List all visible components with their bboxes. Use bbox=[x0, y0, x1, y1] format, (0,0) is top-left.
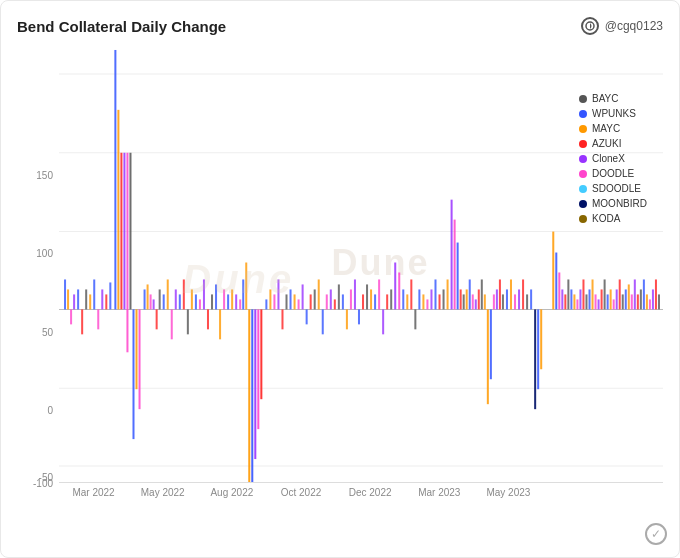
svg-rect-109 bbox=[454, 220, 456, 310]
svg-rect-140 bbox=[564, 294, 566, 309]
svg-rect-134 bbox=[537, 309, 539, 389]
svg-rect-157 bbox=[616, 289, 618, 309]
svg-rect-69 bbox=[294, 294, 296, 309]
chart-legend: BAYCWPUNKSMAYCAZUKICloneXDOODLESDOODLEMO… bbox=[579, 93, 647, 224]
svg-rect-143 bbox=[573, 294, 575, 309]
svg-rect-103 bbox=[430, 289, 432, 309]
svg-rect-151 bbox=[598, 299, 600, 309]
legend-dot bbox=[579, 155, 587, 163]
svg-rect-12 bbox=[129, 153, 131, 310]
svg-rect-47 bbox=[211, 294, 213, 309]
svg-rect-24 bbox=[93, 279, 95, 309]
svg-rect-124 bbox=[499, 279, 501, 309]
svg-rect-28 bbox=[109, 282, 111, 309]
svg-rect-56 bbox=[245, 263, 247, 310]
legend-label: AZUKI bbox=[592, 138, 621, 149]
legend-dot bbox=[579, 95, 587, 103]
svg-rect-106 bbox=[443, 289, 445, 309]
svg-rect-60 bbox=[235, 294, 237, 309]
svg-rect-72 bbox=[306, 309, 308, 324]
svg-rect-158 bbox=[619, 279, 621, 309]
svg-rect-42 bbox=[191, 289, 193, 309]
svg-rect-13 bbox=[132, 309, 134, 439]
legend-label: WPUNKS bbox=[592, 108, 636, 119]
svg-rect-19 bbox=[73, 294, 75, 309]
y-label-100: 100 bbox=[36, 248, 53, 259]
svg-rect-33 bbox=[156, 309, 158, 329]
svg-rect-169 bbox=[652, 289, 654, 309]
svg-rect-132 bbox=[530, 289, 532, 309]
svg-rect-154 bbox=[607, 294, 609, 309]
svg-rect-64 bbox=[273, 294, 275, 309]
svg-rect-155 bbox=[610, 289, 612, 309]
svg-rect-63 bbox=[269, 289, 271, 309]
svg-rect-102 bbox=[426, 299, 428, 309]
svg-rect-159 bbox=[622, 294, 624, 309]
svg-rect-101 bbox=[422, 294, 424, 309]
svg-rect-9 bbox=[120, 153, 122, 310]
svg-rect-67 bbox=[286, 294, 288, 309]
legend-label: MOONBIRD bbox=[592, 198, 647, 209]
svg-rect-16 bbox=[64, 279, 66, 309]
svg-rect-81 bbox=[342, 294, 344, 309]
svg-rect-167 bbox=[646, 294, 648, 309]
legend-item-koda: KODA bbox=[579, 213, 647, 224]
svg-rect-147 bbox=[585, 294, 587, 309]
dune-icon bbox=[581, 17, 599, 35]
svg-rect-41 bbox=[187, 309, 189, 334]
svg-rect-119 bbox=[484, 294, 486, 309]
svg-rect-152 bbox=[601, 289, 603, 309]
legend-item-mayc: MAYC bbox=[579, 123, 647, 134]
svg-rect-22 bbox=[85, 289, 87, 309]
legend-dot bbox=[579, 185, 587, 193]
svg-rect-51 bbox=[248, 309, 250, 482]
svg-rect-44 bbox=[199, 299, 201, 309]
chart-title: Bend Collateral Daily Change bbox=[17, 18, 226, 35]
svg-rect-65 bbox=[277, 279, 279, 309]
svg-rect-49 bbox=[219, 309, 221, 339]
legend-item-bayc: BAYC bbox=[579, 93, 647, 104]
svg-rect-148 bbox=[589, 289, 591, 309]
svg-rect-17 bbox=[67, 289, 69, 309]
legend-item-sdoodle: SDOODLE bbox=[579, 183, 647, 194]
svg-rect-162 bbox=[631, 294, 633, 309]
svg-rect-170 bbox=[655, 279, 657, 309]
x-axis: Mar 2022May 2022Aug 2022Oct 2022Dec 2022… bbox=[59, 487, 543, 498]
svg-rect-23 bbox=[89, 294, 91, 309]
svg-rect-75 bbox=[318, 279, 320, 309]
legend-dot bbox=[579, 200, 587, 208]
x-axis-label: May 2023 bbox=[474, 487, 543, 498]
svg-rect-115 bbox=[472, 294, 474, 309]
svg-rect-15 bbox=[139, 309, 141, 409]
svg-rect-30 bbox=[147, 284, 149, 309]
svg-rect-138 bbox=[558, 272, 560, 309]
svg-rect-118 bbox=[481, 279, 483, 309]
chart-svg bbox=[59, 43, 663, 482]
y-label-50: 50 bbox=[42, 326, 53, 337]
x-axis-label: May 2022 bbox=[128, 487, 197, 498]
svg-rect-80 bbox=[338, 284, 340, 309]
svg-rect-129 bbox=[518, 289, 520, 309]
svg-rect-128 bbox=[514, 294, 516, 309]
svg-rect-108 bbox=[451, 200, 453, 310]
svg-rect-171 bbox=[658, 294, 660, 309]
legend-item-clonex: CloneX bbox=[579, 153, 647, 164]
svg-rect-27 bbox=[105, 294, 107, 309]
svg-rect-141 bbox=[567, 279, 569, 309]
legend-label: CloneX bbox=[592, 153, 625, 164]
y-axis: 150 100 50 0 -50 -100 bbox=[17, 43, 59, 483]
svg-rect-29 bbox=[144, 289, 146, 309]
svg-rect-93 bbox=[390, 289, 392, 309]
svg-rect-135 bbox=[540, 309, 542, 369]
svg-rect-153 bbox=[604, 279, 606, 309]
main-container: Bend Collateral Daily Change @cgq0123 15… bbox=[0, 0, 680, 558]
svg-rect-14 bbox=[136, 309, 138, 389]
svg-rect-82 bbox=[346, 309, 348, 329]
svg-rect-77 bbox=[326, 294, 328, 309]
svg-rect-145 bbox=[579, 289, 581, 309]
svg-rect-10 bbox=[123, 153, 125, 310]
legend-dot bbox=[579, 140, 587, 148]
svg-rect-104 bbox=[434, 279, 436, 309]
svg-rect-59 bbox=[231, 289, 233, 309]
svg-rect-95 bbox=[398, 272, 400, 309]
